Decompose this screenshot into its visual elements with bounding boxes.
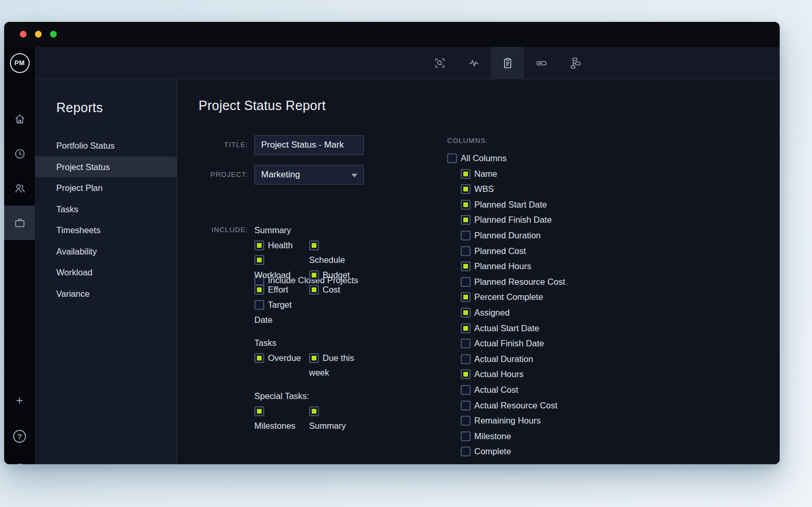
time-icon	[14, 148, 26, 160]
column-option-row[interactable]: Planned Resource Cost	[461, 274, 565, 290]
checkbox[interactable]	[461, 292, 471, 302]
time-icon[interactable]	[4, 137, 35, 171]
report-title-input[interactable]	[254, 135, 364, 155]
column-option-row[interactable]: Name	[461, 166, 565, 182]
column-option-row[interactable]: Remaining Hours	[461, 413, 565, 429]
checkbox[interactable]	[254, 406, 264, 416]
include-option[interactable]: Budget	[309, 268, 357, 283]
column-option-row[interactable]: Actual Start Date	[461, 321, 565, 336]
column-option-row[interactable]: Actual Duration	[461, 352, 565, 367]
maximize-window-button[interactable]	[50, 31, 57, 38]
report-list-item[interactable]: Workload	[35, 262, 177, 283]
user-avatar[interactable]	[4, 454, 35, 464]
report-list-item[interactable]: Portfolio Status	[35, 135, 177, 156]
include-option[interactable]: Summary	[309, 404, 357, 433]
include-option[interactable]: Cost	[309, 282, 357, 297]
checkbox[interactable]	[461, 354, 471, 364]
column-option-row[interactable]: Actual Cost	[461, 382, 565, 398]
include-option[interactable]: Workload	[254, 252, 302, 282]
all-columns-row[interactable]: All Columns	[447, 151, 565, 166]
column-option-row[interactable]: Actual Hours	[461, 367, 565, 382]
app-window: PM + ?	[4, 22, 780, 464]
checkbox[interactable]	[254, 255, 264, 265]
checkbox[interactable]	[254, 353, 264, 363]
column-option-row[interactable]: Planned Hours	[461, 259, 565, 274]
home-icon[interactable]	[4, 102, 35, 136]
report-list-item[interactable]: Variance	[35, 283, 177, 305]
checkbox[interactable]	[461, 308, 471, 318]
include-option[interactable]: Effort	[254, 282, 302, 297]
checkbox[interactable]	[461, 431, 471, 441]
tasks-options: Overdue Due this week	[254, 351, 374, 380]
gantt-bar-icon	[535, 57, 548, 69]
project-field-label: PROJECT:	[177, 165, 248, 185]
gantt-bar-icon[interactable]	[525, 47, 558, 79]
checkbox[interactable]	[461, 200, 471, 210]
column-option-row[interactable]: Planned Finish Date	[461, 212, 565, 228]
report-list-item[interactable]: Project Plan	[35, 177, 177, 199]
checkbox[interactable]	[309, 285, 319, 295]
team-icon[interactable]	[4, 171, 35, 206]
checkbox[interactable]	[309, 406, 319, 416]
checkbox[interactable]	[254, 285, 264, 295]
report-list-item[interactable]: Tasks	[35, 199, 177, 220]
checkbox[interactable]	[461, 446, 471, 456]
checkbox[interactable]	[461, 215, 471, 225]
chevron-down-icon	[351, 174, 358, 177]
plus-icon: +	[16, 394, 23, 407]
tasks-heading: Tasks	[254, 335, 374, 351]
column-option-row[interactable]: Actual Finish Date	[461, 336, 565, 352]
column-option-row[interactable]: Percent Complete	[461, 289, 565, 305]
include-option[interactable]: Schedule	[309, 238, 357, 268]
report-clipboard-icon[interactable]	[491, 47, 524, 79]
checkbox[interactable]	[461, 416, 471, 426]
checkbox[interactable]	[461, 246, 471, 256]
column-option-row[interactable]: WBS	[461, 182, 565, 197]
minimize-window-button[interactable]	[35, 31, 42, 38]
checkbox[interactable]	[461, 339, 471, 348]
checkbox[interactable]	[461, 323, 471, 333]
column-option-row[interactable]: Planned Start Date	[461, 197, 565, 213]
checkbox[interactable]	[309, 353, 319, 363]
all-columns-checkbox[interactable]	[447, 153, 457, 163]
checkbox[interactable]	[461, 385, 471, 395]
checkbox[interactable]	[461, 261, 471, 271]
projects-briefcase-icon[interactable]	[4, 206, 35, 240]
report-list-item[interactable]: Project Status	[35, 156, 177, 178]
report-list-item[interactable]: Timesheets	[35, 220, 177, 241]
checkbox[interactable]	[461, 231, 471, 240]
project-dropdown[interactable]: Marketing	[254, 165, 364, 185]
include-option[interactable]: Health	[254, 238, 302, 253]
search-zoom-icon[interactable]	[423, 47, 457, 79]
include-option[interactable]: Overdue	[254, 351, 302, 366]
report-list-item[interactable]: Availability	[35, 241, 177, 262]
checkbox[interactable]	[309, 240, 319, 250]
help-icon[interactable]: ?	[4, 419, 35, 453]
column-option-row[interactable]: Assigned	[461, 305, 565, 321]
checkbox[interactable]	[461, 401, 471, 411]
checkbox[interactable]	[309, 270, 319, 280]
column-option-row[interactable]: Planned Duration	[461, 228, 565, 244]
column-option-row[interactable]: Planned Cost	[461, 244, 565, 259]
include-option[interactable]: Target Date	[254, 297, 302, 327]
checkbox[interactable]	[254, 240, 264, 250]
close-window-button[interactable]	[20, 31, 27, 38]
workflow-icon[interactable]	[559, 47, 592, 79]
tasks-col2: Due this week	[309, 351, 357, 380]
checkbox[interactable]	[254, 300, 264, 310]
column-option-row[interactable]: Complete	[461, 444, 565, 460]
checkbox[interactable]	[461, 169, 471, 179]
include-section-label: INCLUDE:	[177, 223, 248, 238]
checkbox[interactable]	[461, 184, 471, 194]
activity-pulse-icon[interactable]	[457, 47, 490, 79]
include-option[interactable]: Milestones	[254, 404, 302, 433]
checkbox[interactable]	[461, 277, 471, 287]
columns-section: COLUMNS: All Columns NameWBSPlanned Star…	[447, 136, 565, 460]
include-option[interactable]: Due this week	[309, 351, 357, 380]
checkbox[interactable]	[461, 369, 471, 379]
column-option-row[interactable]: Actual Resource Cost	[461, 398, 565, 414]
plus-icon[interactable]: +	[4, 383, 35, 418]
column-option-row[interactable]: Milestone	[461, 429, 565, 444]
team-icon	[14, 182, 26, 195]
reports-sidebar: Reports Portfolio StatusProject StatusPr…	[35, 79, 177, 464]
